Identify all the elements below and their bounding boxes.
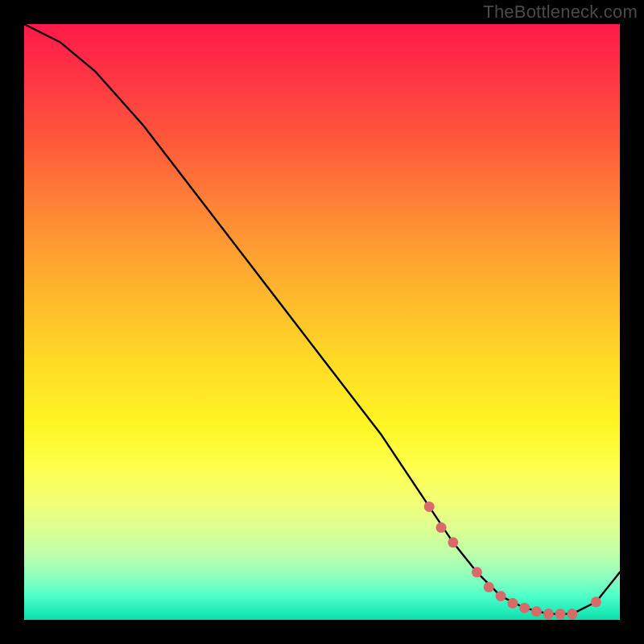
chart-frame: TheBottleneck.com — [0, 0, 644, 644]
plot-area — [24, 24, 620, 620]
bottleneck-curve — [24, 24, 620, 614]
marker-dot — [448, 537, 458, 547]
watermark-text: TheBottleneck.com — [483, 2, 638, 23]
marker-dot — [496, 591, 506, 601]
marker-dot — [424, 502, 435, 512]
curve-layer — [24, 24, 620, 620]
marker-dot — [484, 582, 494, 592]
marker-dot — [543, 609, 554, 619]
marker-dot — [591, 597, 601, 607]
marker-dot — [519, 603, 530, 613]
marker-dot — [507, 598, 518, 609]
marker-dot — [531, 606, 542, 617]
marker-dot — [555, 609, 566, 619]
marker-dot — [567, 609, 577, 619]
marker-dot — [472, 567, 482, 577]
highlight-markers — [424, 502, 601, 619]
marker-dot — [436, 522, 447, 533]
